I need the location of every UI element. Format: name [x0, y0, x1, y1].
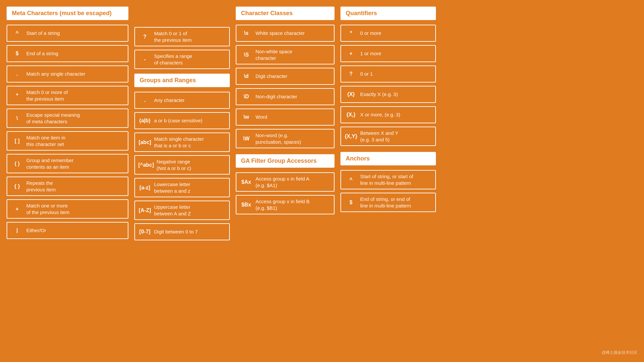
character-classes-section: Character Classes \s White space charact…: [236, 7, 335, 240]
item-desc: Escape special meaningof meta characters: [24, 112, 80, 125]
symbol: $Ax: [240, 179, 253, 185]
meta-characters-title: Meta Characters (must be escaped): [7, 7, 128, 20]
list-item: ? Match 0 or 1 ofthe previous item: [134, 27, 230, 46]
list-item: [a-z] Lowercase letterbetween a and z: [134, 178, 230, 197]
symbol: \S: [240, 52, 253, 58]
list-item: ? 0 or 1: [340, 65, 436, 83]
item-desc: 0 or more: [358, 30, 381, 36]
symbol: [abc]: [138, 139, 151, 145]
symbol: ?: [138, 34, 151, 40]
symbol: [a-z]: [138, 185, 151, 191]
item-desc: Match 0 or more ofthe previous item: [24, 89, 68, 102]
item-desc: Digit character: [253, 73, 287, 80]
symbol: \d: [240, 73, 253, 79]
item-desc: Match any single character: [24, 71, 85, 77]
list-item: . Match any single character: [7, 65, 128, 83]
symbol: .: [11, 71, 24, 77]
list-item: * Match 0 or more ofthe previous item: [7, 86, 128, 105]
item-desc: Either/Or: [24, 227, 46, 234]
symbol: *: [344, 30, 358, 36]
item-desc: Lowercase letterbetween a and z: [151, 181, 190, 194]
list-item: { } Repeats theprevious item: [7, 177, 128, 196]
item-desc: Any character: [151, 97, 185, 104]
item-desc: End of string, or end ofline in multi-li…: [358, 196, 411, 209]
symbol: [ ]: [11, 138, 24, 144]
item-desc: Between X and Y(e.g. 3 and 5): [358, 130, 398, 143]
symbol: -: [138, 57, 151, 62]
item-desc: End of a string: [24, 50, 58, 57]
item-desc: X or more, (e.g. 3): [358, 111, 400, 118]
page-layout: Meta Characters (must be escaped) ^ Star…: [7, 7, 637, 240]
character-classes-title: Character Classes: [236, 7, 335, 20]
symbol: [^abc]: [138, 162, 154, 168]
symbol: |: [11, 228, 24, 233]
groups-ranges-title: Groups and Ranges: [134, 74, 230, 87]
item-desc: Access group x in field A(e.g. $A1): [253, 176, 309, 188]
item-desc: 0 or 1: [358, 71, 373, 77]
list-item: \D Non-digit character: [236, 88, 335, 105]
item-desc: Exactly X (e.g. 3): [358, 91, 398, 98]
list-item: | Either/Or: [7, 222, 128, 239]
symbol: [0-7]: [138, 229, 151, 235]
item-desc: Match one or moreof the previous item: [24, 203, 69, 215]
symbol: ?: [344, 71, 358, 77]
symbol: $: [344, 200, 358, 205]
symbol: ^: [344, 177, 358, 183]
list-item: [0-7] Digit between 0 to 7: [134, 223, 230, 240]
item-desc: Start of string, or start ofline in mult…: [358, 173, 413, 186]
symbol: $: [11, 51, 24, 57]
list-item: ^ Start of a string: [7, 25, 128, 42]
symbol: \w: [240, 114, 253, 120]
list-item: $ End of string, or end ofline in multi-…: [340, 193, 436, 212]
list-item: \ Escape special meaningof meta characte…: [7, 109, 128, 128]
item-desc: Uppercase letterbetween A and Z: [151, 204, 191, 217]
symbol: \s: [240, 30, 253, 36]
symbol: +: [344, 51, 358, 57]
item-desc: Match one item inthis character set: [24, 134, 65, 147]
watermark: @稀土掘金技术社区: [602, 350, 637, 355]
list-item: [abc] Match single characterthat is a or…: [134, 133, 230, 152]
list-item: $ End of a string: [7, 45, 128, 62]
symbol: \: [11, 115, 24, 121]
symbol: {X,Y}: [344, 133, 358, 139]
quantifiers-section: Quantifiers * 0 or more + 1 or more ? 0 …: [340, 7, 436, 240]
list-item: + 1 or more: [340, 45, 436, 62]
item-desc: White space character: [253, 30, 305, 36]
symbol: *: [11, 93, 24, 99]
list-item: {X,} X or more, (e.g. 3): [340, 106, 436, 123]
list-item: . Any character: [134, 92, 230, 109]
symbol: \W: [240, 136, 253, 142]
list-item: ^ Start of string, or start ofline in mu…: [340, 170, 436, 189]
list-item: \w Word: [236, 109, 335, 126]
item-desc: Start of a string: [24, 30, 60, 36]
symbol: (a|b): [138, 118, 151, 124]
quantifiers-title: Quantifiers: [340, 7, 436, 20]
item-desc: Repeats theprevious item: [24, 180, 56, 193]
symbol: { }: [11, 183, 24, 189]
list-item: $Ax Access group x in field A(e.g. $A1): [236, 172, 335, 192]
list-item: + Match one or moreof the previous item: [7, 199, 128, 219]
list-item: [^abc] Negative range(Not a or b or c): [134, 155, 230, 175]
meta-characters-section: Meta Characters (must be escaped) ^ Star…: [7, 7, 128, 240]
item-desc: a or b (case sensitive): [151, 117, 202, 124]
item-desc: Specifies a rangeof characters: [151, 53, 192, 66]
symbol: {X}: [344, 91, 358, 97]
list-item: * 0 or more: [340, 25, 436, 42]
list-item: - Specifies a rangeof characters: [134, 50, 230, 69]
item-desc: Non-white spacecharacter: [253, 48, 292, 61]
list-item: {X,Y} Between X and Y(e.g. 3 and 5): [340, 127, 436, 146]
list-item: $Bx Access group x in field B(e.g. $B1): [236, 195, 335, 214]
item-desc: 1 or more: [358, 50, 381, 57]
symbol: $Bx: [240, 202, 253, 208]
item-desc: Digit between 0 to 7: [151, 229, 198, 235]
list-item: [A-Z] Uppercase letterbetween A and Z: [134, 201, 230, 220]
ga-filter-title: GA Filter Group Accessors: [236, 154, 335, 168]
list-item: (a|b) a or b (case sensitive): [134, 112, 230, 129]
item-desc: Group and remembercontents as an item: [24, 157, 73, 170]
list-item: \d Digit character: [236, 68, 335, 85]
symbol: \D: [240, 94, 253, 100]
symbol: ( ): [11, 161, 24, 167]
groups-ranges-section: ? Match 0 or 1 ofthe previous item - Spe…: [134, 7, 230, 240]
item-desc: Word: [253, 114, 267, 120]
symbol: [A-Z]: [138, 207, 151, 213]
